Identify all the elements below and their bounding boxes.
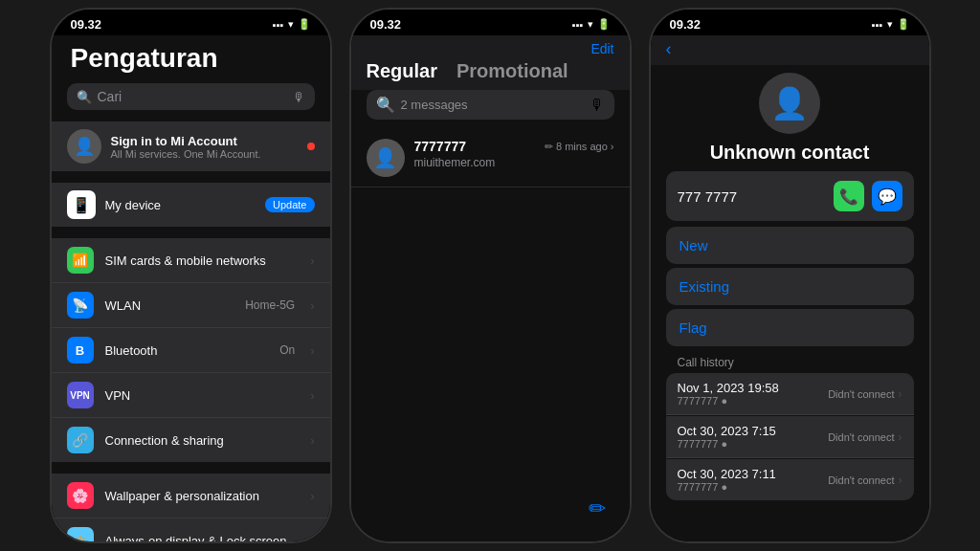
status-icons-2: ▪▪▪ ▾ 🔋 xyxy=(572,18,611,31)
setting-label-vpn: VPN xyxy=(105,388,300,403)
signal-icon: ▪▪▪ xyxy=(273,19,284,31)
call-number-3: 7777777 ● xyxy=(678,481,829,493)
call-history-list: Nov 1, 2023 19:58 7777777 ● Didn't conne… xyxy=(651,373,929,501)
call-item-2[interactable]: Oct 30, 2023 7:15 7777777 ● Didn't conne… xyxy=(666,416,914,458)
settings-item-wlan[interactable]: 📡 WLAN Home-5G › xyxy=(52,283,330,328)
setting-label-sim: SIM cards & mobile networks xyxy=(105,253,300,268)
phone-settings: 09.32 ▪▪▪ ▾ 🔋 Pengaturan 🔍 Cari 🎙 👤 Sign… xyxy=(50,8,332,543)
tab-promotional[interactable]: Promotional xyxy=(457,60,568,82)
contact-avatar-wrap: 👤 xyxy=(651,65,929,138)
account-dot xyxy=(307,143,315,150)
settings-item-connection[interactable]: 🔗 Connection & sharing › xyxy=(52,418,330,462)
message-sender: 7777777 xyxy=(414,139,467,154)
always-on-icon: 🔆 xyxy=(67,527,94,541)
setting-label-always-on: Always-on display & Lock screen xyxy=(105,534,300,542)
sim-icon: 📶 xyxy=(67,247,94,274)
call-action-icon[interactable]: 📞 xyxy=(834,181,864,211)
call-chevron-2: › xyxy=(899,430,902,444)
chevron-icon: › xyxy=(310,253,314,268)
call-date-2: Oct 30, 2023 7:15 xyxy=(678,424,829,438)
wallpaper-icon: 🌸 xyxy=(67,482,94,509)
call-history-label: Call history xyxy=(651,350,929,373)
message-preview: miuithemer.com xyxy=(414,156,614,169)
back-button[interactable]: ‹ xyxy=(666,39,672,59)
settings-group-2: 🌸 Wallpaper & personalization › 🔆 Always… xyxy=(52,474,330,541)
account-row[interactable]: 👤 Sign in to Mi Account All Mi services.… xyxy=(52,121,330,171)
battery-icon-2: 🔋 xyxy=(597,18,611,31)
settings-item-bluetooth[interactable]: B Bluetooth On › xyxy=(52,328,330,373)
settings-item-sim[interactable]: 📶 SIM cards & mobile networks › xyxy=(52,238,330,283)
settings-search-placeholder: Cari xyxy=(98,89,287,104)
settings-item-wallpaper[interactable]: 🌸 Wallpaper & personalization › xyxy=(52,474,330,518)
device-label: My device xyxy=(105,198,256,212)
call-number-1: 7777777 ● xyxy=(678,395,829,407)
status-icons-1: ▪▪▪ ▾ 🔋 xyxy=(273,18,311,31)
device-row[interactable]: 📱 My device Update xyxy=(52,183,330,227)
status-icons-3: ▪▪▪ ▾ 🔋 xyxy=(872,18,910,31)
status-bar-2: 09.32 ▪▪▪ ▾ 🔋 xyxy=(351,10,630,35)
settings-title: Pengaturan xyxy=(52,35,330,83)
call-date-3: Oct 30, 2023 7:11 xyxy=(678,467,829,481)
tab-regular[interactable]: Regular xyxy=(367,60,437,82)
phone-contact: 09.32 ▪▪▪ ▾ 🔋 ‹ 👤 Unknown contact 777 77… xyxy=(649,8,931,543)
messages-mic-icon: 🎙 xyxy=(590,97,605,114)
call-date-1: Nov 1, 2023 19:58 xyxy=(678,381,829,395)
call-item-3[interactable]: Oct 30, 2023 7:11 7777777 ● Didn't conne… xyxy=(666,459,914,500)
settings-item-vpn[interactable]: VPN VPN › xyxy=(52,373,330,418)
signal-icon-3: ▪▪▪ xyxy=(872,19,883,31)
messages-search-placeholder: 2 messages xyxy=(401,98,584,112)
bluetooth-icon: B xyxy=(67,337,94,364)
message-item[interactable]: 👤 7777777 ✏ 8 mins ago › miuithemer.com xyxy=(351,129,630,187)
settings-search-bar[interactable]: 🔍 Cari 🎙 xyxy=(67,83,315,110)
phone-messages: 09.32 ▪▪▪ ▾ 🔋 Edit Regular Promotional 🔍… xyxy=(349,8,632,543)
settings-item-always-on[interactable]: 🔆 Always-on display & Lock screen › xyxy=(52,518,330,541)
chevron-icon: › xyxy=(310,388,314,403)
contact-header: ‹ xyxy=(651,35,929,65)
compose-button[interactable]: ✏ xyxy=(580,492,614,526)
call-status-3: Didn't connect xyxy=(828,474,894,486)
battery-icon: 🔋 xyxy=(298,18,311,31)
status-time-2: 09.32 xyxy=(370,17,402,32)
status-time-1: 09.32 xyxy=(71,17,102,32)
existing-contact-button[interactable]: Existing xyxy=(666,268,914,305)
chevron-icon: › xyxy=(310,433,314,448)
chevron-icon: › xyxy=(310,489,314,503)
wifi-status-icon-2: ▾ xyxy=(588,18,593,31)
contact-name: Unknown contact xyxy=(651,138,929,171)
setting-label-bluetooth: Bluetooth xyxy=(105,343,269,358)
flag-button[interactable]: Flag xyxy=(666,309,914,346)
bluetooth-value: On xyxy=(279,343,295,357)
call-item-1[interactable]: Nov 1, 2023 19:58 7777777 ● Didn't conne… xyxy=(666,373,914,415)
status-bar-3: 09.32 ▪▪▪ ▾ 🔋 xyxy=(651,10,929,35)
chevron-icon: › xyxy=(310,298,314,313)
messages-header: Edit xyxy=(351,35,630,60)
call-number-2: 7777777 ● xyxy=(678,438,829,450)
messages-search-bar[interactable]: 🔍 2 messages 🎙 xyxy=(367,90,614,120)
wifi-status-icon-3: ▾ xyxy=(887,18,893,31)
call-chevron-3: › xyxy=(899,474,902,487)
call-status-2: Didn't connect xyxy=(828,431,894,443)
call-details-1: Nov 1, 2023 19:58 7777777 ● xyxy=(678,381,829,407)
call-status-1: Didn't connect xyxy=(828,388,894,400)
message-time: ✏ 8 mins ago › xyxy=(545,141,614,153)
phone-number-row: 777 7777 📞 💬 xyxy=(666,171,914,221)
call-details-2: Oct 30, 2023 7:15 7777777 ● xyxy=(678,424,829,450)
setting-label-connection: Connection & sharing xyxy=(105,433,300,448)
message-avatar: 👤 xyxy=(367,139,405,177)
status-bar-1: 09.32 ▪▪▪ ▾ 🔋 xyxy=(52,10,330,35)
edit-button[interactable]: Edit xyxy=(590,41,613,56)
message-action-icon[interactable]: 💬 xyxy=(872,181,902,211)
message-row1: 7777777 ✏ 8 mins ago › xyxy=(414,139,614,154)
call-chevron-1: › xyxy=(899,387,902,401)
settings-group-1: 📶 SIM cards & mobile networks › 📡 WLAN H… xyxy=(52,238,330,462)
mic-icon: 🎙 xyxy=(293,90,305,104)
setting-label-wallpaper: Wallpaper & personalization xyxy=(105,489,300,503)
messages-tabs: Regular Promotional xyxy=(351,60,630,90)
update-badge[interactable]: Update xyxy=(265,197,314,212)
setting-label-wlan: WLAN xyxy=(105,298,234,313)
new-contact-button[interactable]: New xyxy=(666,227,914,264)
account-name: Sign in to Mi Account xyxy=(111,134,298,148)
wifi-icon: 📡 xyxy=(67,292,94,319)
battery-icon-3: 🔋 xyxy=(897,18,910,31)
message-content: 7777777 ✏ 8 mins ago › miuithemer.com xyxy=(414,139,614,169)
